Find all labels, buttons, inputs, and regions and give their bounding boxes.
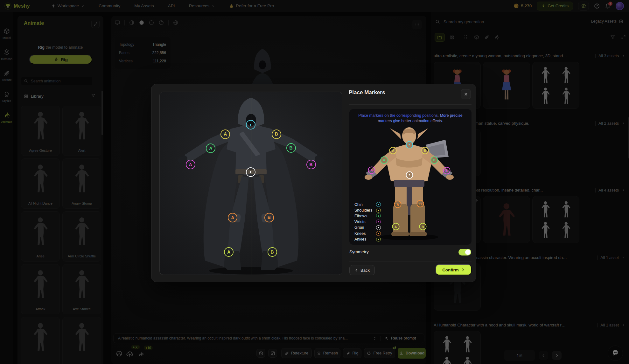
chevron-left-icon bbox=[354, 268, 358, 272]
legend-row-shoulders: Shoulders bbox=[354, 208, 381, 213]
legend-row-elbows: Elbows bbox=[354, 214, 381, 218]
confirm-button[interactable]: Confirm bbox=[436, 264, 472, 275]
legend-part-label: Elbows bbox=[354, 214, 375, 218]
marker-wrist-a[interactable]: A bbox=[186, 160, 195, 169]
legend-part-label: Wrists bbox=[354, 220, 375, 224]
legend-color-ring bbox=[376, 231, 381, 236]
symmetry-label: Symmetry bbox=[349, 249, 369, 254]
marker-knee-a[interactable]: A bbox=[228, 213, 237, 222]
legend-color-ring bbox=[376, 202, 381, 207]
marker-shoulder-b[interactable]: B bbox=[422, 147, 429, 154]
legend-color-ring bbox=[376, 225, 381, 230]
marker-chin[interactable] bbox=[246, 120, 255, 130]
legend-color-ring bbox=[376, 237, 381, 242]
marker-elbow-b[interactable]: B bbox=[286, 143, 296, 153]
marker-wrist-b[interactable]: B bbox=[306, 160, 316, 169]
legend-part-label: Shoulders bbox=[354, 208, 375, 213]
legend-part-label: Groin bbox=[354, 225, 375, 230]
legend-color-ring bbox=[376, 214, 381, 218]
back-button[interactable]: Back bbox=[349, 265, 375, 275]
modal-close-button[interactable] bbox=[461, 89, 471, 99]
legend-part-label: Knees bbox=[354, 231, 375, 236]
divider bbox=[349, 104, 472, 105]
marker-groin[interactable] bbox=[406, 171, 413, 178]
marker-elbow-a[interactable]: A bbox=[381, 156, 388, 164]
marker-wrist-b[interactable]: B bbox=[443, 167, 450, 174]
marker-knee-b[interactable]: B bbox=[417, 200, 424, 207]
symmetry-toggle[interactable] bbox=[458, 249, 471, 256]
marker-dot bbox=[409, 144, 410, 145]
legend-row-knees: Knees bbox=[354, 231, 381, 236]
marker-chin[interactable] bbox=[406, 141, 413, 148]
toggle-knob bbox=[465, 249, 471, 255]
marker-elbow-a[interactable]: A bbox=[206, 144, 215, 153]
marker-wrist-a[interactable]: A bbox=[368, 166, 375, 174]
marker-dot bbox=[250, 171, 251, 173]
reference-image: ABABABABAB bbox=[349, 109, 472, 245]
marker-knee-b[interactable]: B bbox=[264, 213, 274, 222]
close-icon bbox=[464, 92, 468, 96]
legend-part-label: Chin bbox=[354, 202, 375, 207]
marker-groin[interactable] bbox=[246, 167, 255, 177]
marker-dot bbox=[250, 124, 251, 126]
divider bbox=[349, 262, 472, 262]
legend-part-label: Ankles bbox=[354, 237, 375, 242]
legend-color-ring bbox=[376, 208, 381, 213]
marker-dot bbox=[409, 174, 410, 176]
marker-knee-a[interactable]: A bbox=[394, 201, 402, 208]
reference-markers-layer: ABABABABAB bbox=[349, 109, 472, 245]
meshy-app: Meshy WorkspaceCommunityMy AssetsAPIReso… bbox=[0, 0, 629, 364]
marker-ankle-a[interactable]: A bbox=[224, 247, 234, 257]
marker-ankle-b[interactable]: B bbox=[268, 247, 277, 257]
marker-shoulder-a[interactable]: A bbox=[220, 130, 230, 139]
marker-placement-viewport[interactable]: ABABABABAB bbox=[159, 92, 342, 275]
legend-color-ring bbox=[376, 220, 381, 224]
marker-ankle-b[interactable]: B bbox=[419, 223, 426, 230]
legend-row-wrists: Wrists bbox=[354, 220, 381, 224]
legend-row-chin: Chin bbox=[354, 202, 381, 207]
marker-elbow-b[interactable]: B bbox=[430, 156, 438, 164]
modal-title: Place Markers bbox=[349, 89, 385, 96]
legend-row-groin: Groin bbox=[354, 225, 381, 230]
viewport-markers-layer: ABABABABAB bbox=[160, 92, 342, 275]
reference-card: Place markers on the corresponding posit… bbox=[349, 109, 472, 245]
marker-ankle-a[interactable]: A bbox=[392, 223, 399, 230]
legend-row-ankles: Ankles bbox=[354, 237, 381, 242]
marker-shoulder-a[interactable]: A bbox=[389, 147, 397, 154]
marker-shoulder-b[interactable]: B bbox=[272, 130, 281, 139]
chevron-right-icon bbox=[461, 268, 465, 272]
place-markers-modal: ABABABABAB Place Markers Place markers o… bbox=[151, 84, 476, 282]
